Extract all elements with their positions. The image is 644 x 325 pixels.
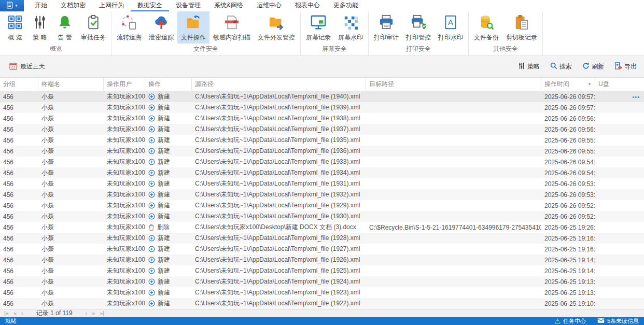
- table-row[interactable]: 456小聂未知玩家x100新建C:\Users\未知玩~1\AppData\Lo…: [0, 298, 644, 309]
- table-row[interactable]: 456小聂未知玩家x100新建C:\Users\未知玩~1\AppData\Lo…: [0, 211, 644, 222]
- ribbon-group-caption: 其他安全: [470, 44, 541, 55]
- refresh-tool-button[interactable]: 刷新: [582, 62, 604, 71]
- ribbon-button[interactable]: 流转追溯: [113, 11, 145, 44]
- plus-circle-icon: [148, 235, 155, 242]
- ribbon-button[interactable]: 策 略: [27, 11, 52, 44]
- ribbon-button-label: 泄密追踪: [149, 33, 174, 42]
- policy-tool-button[interactable]: 策略: [518, 62, 540, 71]
- operation-label: 新建: [158, 103, 170, 112]
- table-row[interactable]: 456小聂未知玩家x100新建C:\Users\未知玩~1\AppData\Lo…: [0, 102, 644, 113]
- group-cell: 456: [0, 211, 38, 222]
- menu-tab-2[interactable]: 文档加密: [54, 0, 92, 11]
- table-row[interactable]: 456小聂未知玩家x100新建C:\Users\未知玩~1\AppData\Lo…: [0, 287, 644, 298]
- column-header-1[interactable]: 分组: [0, 78, 38, 91]
- ribbon-button[interactable]: 告 警: [52, 11, 77, 44]
- table-row[interactable]: 456小聂未知玩家x100新建C:\Users\未知玩~1\AppData\Lo…: [0, 124, 644, 135]
- group-cell: 456: [0, 233, 38, 244]
- dst-path-cell: [366, 124, 541, 135]
- table-row[interactable]: 456小聂未知玩家x100新建C:\Users\未知玩~1\AppData\Lo…: [0, 255, 644, 265]
- operation-cell: 新建: [145, 255, 192, 265]
- menu-tab-6[interactable]: 系统&网络: [207, 0, 250, 11]
- table-row[interactable]: 456小聂未知玩家x100新建C:\Users\未知玩~1\AppData\Lo…: [0, 276, 644, 287]
- table-row[interactable]: 456小聂未知玩家x100新建C:\Users\未知玩~1\AppData\Lo…: [0, 189, 644, 200]
- table-row[interactable]: 456小聂未知玩家x100新建C:\Users\未知玩~1\AppData\Lo…: [0, 178, 644, 189]
- row-actions-menu[interactable]: •••: [632, 94, 640, 100]
- menu-tab-8[interactable]: 报表中心: [288, 0, 327, 11]
- operation-label: 新建: [158, 212, 170, 221]
- user-cell: 未知玩家x100: [104, 233, 145, 244]
- column-header-8[interactable]: U盘: [595, 78, 644, 91]
- table-row[interactable]: 456小聂未知玩家x100新建C:\Users\未知玩~1\AppData\Lo…: [0, 157, 644, 167]
- plus-circle-icon: [148, 104, 155, 111]
- export-tool-button[interactable]: 导出: [614, 62, 637, 71]
- dst-path-cell: [366, 167, 541, 178]
- pager-first-button[interactable]: |«: [4, 310, 9, 316]
- pager-next-button[interactable]: ›: [86, 310, 88, 316]
- ribbon-button[interactable]: A打印水印: [435, 11, 467, 44]
- app-menu-button[interactable]: ▾: [0, 0, 24, 11]
- pager-prev-group-button[interactable]: «: [13, 310, 17, 316]
- table-row[interactable]: 456小聂未知玩家x100新建C:\Users\未知玩~1\AppData\Lo…: [0, 146, 644, 157]
- table-row[interactable]: 456小聂未知玩家x100新建C:\Users\未知玩~1\AppData\Lo…: [0, 233, 644, 244]
- column-header-4[interactable]: 操作: [145, 78, 192, 91]
- menu-tab-1[interactable]: 开始: [28, 0, 54, 11]
- ribbon-button[interactable]: 审批任务: [77, 11, 109, 44]
- ribbon-button[interactable]: 文件外发管控: [254, 11, 299, 44]
- ribbon-button[interactable]: 屏幕水印: [334, 11, 367, 44]
- dst-path-cell: [366, 200, 541, 211]
- date-range-filter-button[interactable]: 23 最近三天: [9, 62, 45, 72]
- filter-bar: 23 最近三天 策略搜索刷新导出: [0, 56, 644, 78]
- ribbon-button[interactable]: 文件备份: [470, 11, 502, 44]
- ribbon-button[interactable]: 屏幕记录: [302, 11, 334, 44]
- ribbon-button-label: 敏感内容扫描: [213, 33, 250, 42]
- ribbon-button-label: 打印审计: [374, 33, 399, 42]
- menu-tab-5[interactable]: 设备管理: [169, 0, 207, 11]
- terminal-cell: 小聂: [38, 244, 104, 255]
- ribbon-button-selected[interactable]: 文件操作: [177, 11, 209, 44]
- time-cell: 2025-06-25 19:14:57: [541, 255, 595, 265]
- column-header-6[interactable]: 目标路径: [366, 78, 541, 91]
- group-cell: 456: [0, 255, 38, 265]
- operation-label: 新建: [158, 168, 170, 177]
- table-row[interactable]: 456小聂未知玩家x100新建C:\Users\未知玩~1\AppData\Lo…: [0, 200, 644, 211]
- unread-messages-button[interactable]: 5条未读信息: [597, 317, 639, 325]
- table-row[interactable]: 456小聂未知玩家x100新建C:\Users\未知玩~1\AppData\Lo…: [0, 135, 644, 146]
- operation-cell: 新建: [145, 102, 192, 113]
- table-row[interactable]: 456小聂未知玩家x100新建C:\Users\未知玩~1\AppData\Lo…: [0, 265, 644, 276]
- status-bar: 就绪 任务中心 5条未读信息: [0, 317, 644, 325]
- ribbon-button[interactable]: 敏感内容扫描: [209, 11, 254, 44]
- column-header-7[interactable]: 操作时间▼: [541, 78, 595, 91]
- task-center-button[interactable]: 任务中心: [555, 317, 586, 325]
- ribbon-button[interactable]: 打印审计: [370, 11, 402, 44]
- column-header-label: 操作用户: [107, 80, 132, 89]
- download-icon: [555, 318, 561, 325]
- table-row[interactable]: 456小聂未知玩家x100新建C:\Users\未知玩~1\AppData\Lo…: [0, 113, 644, 124]
- column-header-5[interactable]: 源路径: [192, 78, 366, 91]
- table-row[interactable]: 456小聂未知玩家x100删除C:\Users\未知玩家x100\Desktop…: [0, 222, 644, 233]
- menu-tab-7[interactable]: 运维中心: [250, 0, 288, 11]
- export-icon: [614, 62, 622, 71]
- pager-next-group-button[interactable]: »: [92, 310, 95, 316]
- menu-tab-4-active[interactable]: 数据安全: [131, 0, 169, 11]
- column-header-2[interactable]: 终端名: [38, 78, 104, 91]
- ribbon-button[interactable]: 概 览: [3, 11, 27, 44]
- table-row-selected[interactable]: 456小聂未知玩家x100新建C:\Users\未知玩~1\AppData\Lo…: [0, 91, 644, 102]
- ribbon-button[interactable]: 剪切板记录: [502, 11, 541, 44]
- operation-label: 新建: [158, 201, 170, 210]
- ribbon-group-caption: 屏幕安全: [302, 44, 367, 55]
- usb-cell: [595, 265, 644, 276]
- ribbon-button[interactable]: 打印管控: [402, 11, 435, 44]
- search-tool-button[interactable]: 搜索: [550, 62, 572, 71]
- table-row[interactable]: 456小聂未知玩家x100新建C:\Users\未知玩~1\AppData\Lo…: [0, 244, 644, 255]
- column-header-3[interactable]: 操作用户: [104, 78, 145, 91]
- table-row[interactable]: 456小聂未知玩家x100新建C:\Users\未知玩~1\AppData\Lo…: [0, 167, 644, 178]
- menu-tab-3[interactable]: 上网行为: [92, 0, 131, 11]
- plus-circle-icon: [148, 267, 155, 274]
- pager-prev-button[interactable]: ‹: [21, 310, 23, 316]
- column-filter-arrow-icon[interactable]: ▼: [587, 82, 592, 87]
- menu-tab-9[interactable]: 更多功能: [327, 0, 365, 11]
- ribbon-button[interactable]: 泄密追踪: [145, 11, 177, 44]
- operation-cell: 新建: [145, 124, 192, 135]
- pager-last-button[interactable]: »|: [100, 310, 104, 316]
- date-range-label: 最近三天: [20, 62, 45, 71]
